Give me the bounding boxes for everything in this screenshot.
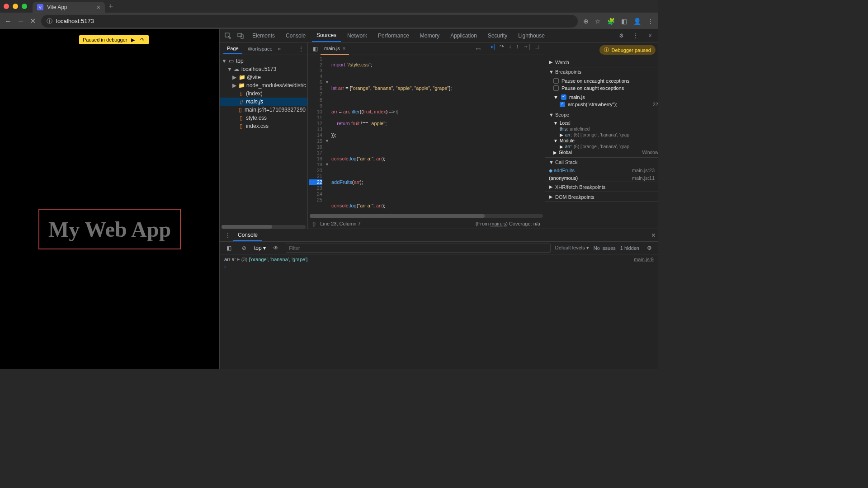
tab-elements[interactable]: Elements xyxy=(248,30,279,42)
tree-file[interactable]: ▯index.css xyxy=(220,122,307,130)
xhr-bp-header[interactable]: ▶XHR/fetch Breakpoints xyxy=(545,182,658,192)
pretty-print-icon[interactable]: {} xyxy=(312,221,316,226)
device-toolbar-icon[interactable] xyxy=(235,30,246,41)
navigator-scrollbar[interactable] xyxy=(222,225,306,229)
step-button[interactable]: →| xyxy=(523,43,530,54)
cursor-position: Line 23, Column 7 xyxy=(320,221,360,226)
tab-console[interactable]: Console xyxy=(281,30,310,42)
tab-lighthouse[interactable]: Lighthouse xyxy=(514,30,549,42)
scope-module-arr[interactable]: ▶arr: (6) ['orange', 'banana', 'grap xyxy=(553,144,658,150)
navigator-menu-icon[interactable]: ⋮ xyxy=(298,46,304,52)
close-editor-tab-icon[interactable]: × xyxy=(343,46,345,51)
console-filter-input[interactable]: Filter xyxy=(286,244,551,253)
close-window-button[interactable] xyxy=(4,4,9,9)
live-expression-icon[interactable]: 👁 xyxy=(270,243,281,253)
console-log-entry[interactable]: arr a: ▸ (3) ['orange', 'banana', 'grape… xyxy=(224,256,654,262)
bp-file-group[interactable]: ▼main.js xyxy=(553,94,658,101)
overlay-resume-button[interactable]: ▶ xyxy=(130,37,136,43)
tree-top[interactable]: ▼▭top xyxy=(220,57,307,65)
scope-arr[interactable]: ▶arr: (6) ['orange', 'banana', 'grap xyxy=(553,132,658,138)
step-out-button[interactable]: ↑ xyxy=(516,43,519,54)
clear-console-icon[interactable]: ⊘ xyxy=(239,243,250,253)
dom-bp-header[interactable]: ▶DOM Breakpoints xyxy=(545,192,658,202)
close-devtools-icon[interactable]: × xyxy=(645,30,656,41)
tab-network[interactable]: Network xyxy=(343,30,372,42)
new-tab-button[interactable]: + xyxy=(108,2,113,11)
side-panel-icon[interactable]: ◧ xyxy=(621,18,627,25)
scope-global[interactable]: ▶GlobalWindow xyxy=(553,150,658,155)
minimize-window-button[interactable] xyxy=(13,4,18,9)
inspect-element-icon[interactable] xyxy=(222,30,233,41)
navigator-tab-workspace[interactable]: Workspace xyxy=(244,44,276,53)
bookmark-icon[interactable]: ☆ xyxy=(595,18,601,25)
tree-nodemod[interactable]: ▶📁node_modules/vite/dist/c xyxy=(220,81,307,89)
bp-uncaught[interactable]: Pause on uncaught exceptions xyxy=(553,77,658,84)
bp-caught[interactable]: Pause on caught exceptions xyxy=(553,84,658,92)
navigator-more-tabs-icon[interactable]: » xyxy=(278,46,281,52)
maximize-window-button[interactable] xyxy=(22,4,27,9)
line-gutter[interactable]: 1234567891011121314151617181920212223242… xyxy=(308,55,325,214)
zoom-icon[interactable]: ⊕ xyxy=(583,18,589,25)
breakpoint-marker[interactable]: 22 xyxy=(309,179,322,185)
console-source-link[interactable]: main.js:9 xyxy=(634,257,654,262)
tab-security[interactable]: Security xyxy=(483,30,512,42)
editor-scrollbar[interactable] xyxy=(310,214,543,218)
tab-application[interactable]: Application xyxy=(446,30,481,42)
back-button[interactable]: ← xyxy=(5,17,12,25)
toggle-navigator-icon[interactable]: ◧ xyxy=(310,43,321,54)
url-text: localhost:5173 xyxy=(56,18,94,24)
editor-tab-mainjs[interactable]: main.js × xyxy=(321,42,349,55)
profile-icon[interactable]: 👤 xyxy=(633,18,641,25)
fold-gutter[interactable]: ▼▼▼ xyxy=(325,55,330,214)
code-editor[interactable]: 1234567891011121314151617181920212223242… xyxy=(308,55,545,214)
console-output[interactable]: arr a: ▸ (3) ['orange', 'banana', 'grape… xyxy=(220,254,658,369)
close-tab-button[interactable]: × xyxy=(97,4,100,11)
scope-local[interactable]: ▼Local xyxy=(553,120,658,126)
menu-icon[interactable]: ⋮ xyxy=(647,18,654,25)
tab-performance[interactable]: Performance xyxy=(373,30,414,42)
settings-icon[interactable]: ⚙ xyxy=(616,30,627,41)
watch-header[interactable]: ▶Watch xyxy=(545,57,658,67)
tab-sources[interactable]: Sources xyxy=(312,29,341,42)
resume-button[interactable]: ▸| xyxy=(491,43,495,54)
drawer-tab-console[interactable]: Console xyxy=(233,230,262,241)
tree-file[interactable]: ▯(index) xyxy=(220,89,307,98)
bp-entry[interactable]: arr.push("strawberry");22 xyxy=(553,101,658,108)
console-context[interactable]: top ▾ xyxy=(254,245,266,251)
reload-button[interactable]: ✕ xyxy=(30,17,36,25)
scope-module[interactable]: ▼Module xyxy=(553,138,658,144)
deactivate-breakpoints-button[interactable]: ⬚ xyxy=(534,43,539,54)
tree-host[interactable]: ▼☁localhost:5173 xyxy=(220,65,307,73)
step-into-button[interactable]: ↓ xyxy=(509,43,511,54)
console-settings-icon[interactable]: ⚙ xyxy=(644,243,655,253)
callstack-header[interactable]: ▼Call Stack xyxy=(545,158,658,167)
paused-overlay-text: Paused in debugger xyxy=(83,37,127,42)
step-over-button[interactable]: ↷ xyxy=(500,43,504,54)
callstack-frame[interactable]: (anonymous)main.js:11 xyxy=(545,174,658,182)
breakpoints-header[interactable]: ▼Breakpoints xyxy=(545,67,658,76)
address-bar[interactable]: ⓘ localhost:5173 xyxy=(41,15,578,28)
tree-file-mainjs[interactable]: ▯main.js xyxy=(220,98,307,106)
browser-tab[interactable]: V Vite App × xyxy=(33,2,105,13)
extensions-icon[interactable]: 🧩 xyxy=(607,18,615,25)
callstack-frame-current[interactable]: ◆ addFruitsmain.js:23 xyxy=(545,167,658,174)
log-levels-dropdown[interactable]: Default levels ▾ xyxy=(555,245,589,251)
overlay-step-button[interactable]: ↷ xyxy=(139,37,145,43)
close-drawer-icon[interactable]: × xyxy=(651,231,656,239)
editor-more-icon[interactable]: ▭ xyxy=(473,43,484,54)
console-prompt[interactable]: › xyxy=(224,262,654,271)
console-sidebar-icon[interactable]: ◧ xyxy=(223,243,234,253)
forward-button[interactable]: → xyxy=(17,17,24,25)
drawer-menu-icon[interactable]: ⋮ xyxy=(222,230,233,241)
issues-button[interactable]: No Issues xyxy=(594,245,616,251)
navigator-tab-page[interactable]: Page xyxy=(223,44,242,54)
tree-file[interactable]: ▯style.css xyxy=(220,114,307,122)
code-content[interactable]: import "/style.css"; let arr = ["orange"… xyxy=(330,55,545,214)
hidden-count[interactable]: 1 hidden xyxy=(620,245,639,251)
tree-file[interactable]: ▯main.js?t=171093327290 xyxy=(220,106,307,114)
site-info-icon[interactable]: ⓘ xyxy=(47,17,52,25)
tab-memory[interactable]: Memory xyxy=(415,30,444,42)
scope-header[interactable]: ▼Scope xyxy=(545,110,658,119)
more-icon[interactable]: ⋮ xyxy=(630,30,641,41)
tree-vite[interactable]: ▶📁@vite xyxy=(220,73,307,81)
